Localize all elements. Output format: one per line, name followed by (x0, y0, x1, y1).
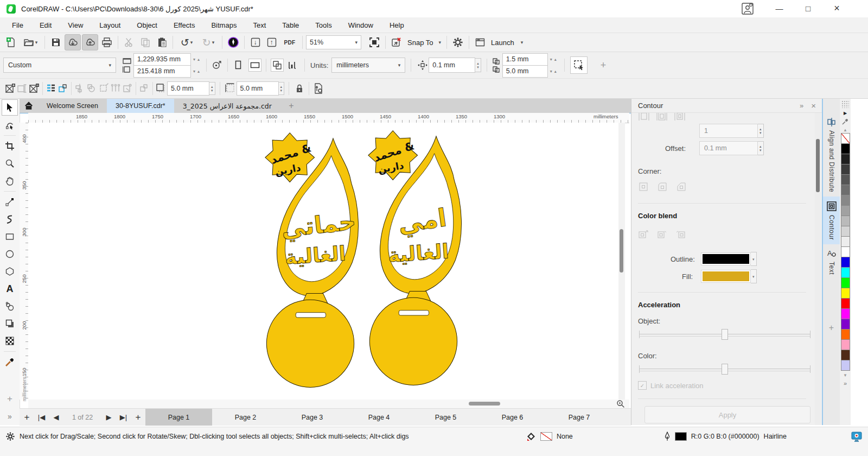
horizontal-scrollbar-handle[interactable] (469, 402, 500, 406)
import-button[interactable]: ↓ (248, 35, 263, 50)
docker-scrollbar[interactable] (815, 113, 821, 425)
color-swatch[interactable] (841, 308, 850, 319)
page-height-spinner[interactable]: ▾▴ (191, 69, 202, 74)
add-page-button-2[interactable]: + (131, 409, 145, 426)
portrait-orientation-button[interactable] (232, 59, 244, 71)
object-slider-handle[interactable] (722, 329, 728, 340)
landscape-orientation-button[interactable] (248, 59, 261, 72)
menu-object[interactable]: Object (137, 21, 157, 29)
page-tab-7[interactable]: Page 7 (546, 409, 612, 426)
maximize-button[interactable]: □ (794, 0, 822, 17)
color-swatch[interactable] (841, 277, 850, 288)
color-swatch[interactable] (841, 267, 850, 278)
menu-tools[interactable]: Tools (315, 21, 331, 29)
nudge-spinner[interactable]: ▴▾ (475, 58, 481, 72)
add-page-button[interactable]: + (20, 409, 34, 426)
pick-tool[interactable] (2, 99, 18, 116)
full-screen-preview-button[interactable] (367, 35, 382, 50)
tab-text[interactable]: A Text (823, 244, 840, 279)
treat-as-filled-button[interactable] (570, 56, 588, 74)
duplicate-x-field[interactable]: 1.5 mm (502, 53, 548, 66)
menu-window[interactable]: Window (348, 21, 373, 29)
color-swatch[interactable] (841, 143, 850, 154)
menu-bitmaps[interactable]: Bitmaps (211, 21, 237, 29)
menu-file[interactable]: File (12, 21, 23, 29)
next-page-button[interactable]: ▶ (101, 409, 116, 426)
print-button[interactable] (99, 35, 114, 50)
docker-close-icon[interactable]: × (811, 101, 816, 110)
color-swatch[interactable] (841, 257, 850, 268)
crop-tool[interactable] (2, 138, 18, 154)
bleed-b-field[interactable]: 5.0 mm (237, 81, 279, 96)
page-tab-5[interactable]: Page 5 (412, 409, 479, 426)
color-acceleration-slider[interactable] (639, 364, 810, 375)
polygon-tool[interactable] (2, 263, 18, 280)
color-swatch[interactable] (841, 174, 850, 185)
palette-eyedropper-icon[interactable] (842, 117, 848, 125)
toolbox-add-button[interactable]: + (2, 391, 18, 407)
page-width-field[interactable]: 1,229.935 mm (133, 53, 191, 66)
duplicate-y-field[interactable]: 5.0 mm (502, 65, 548, 78)
palette-scroll-up-icon[interactable]: ▴ (844, 125, 847, 134)
color-swatch[interactable] (841, 195, 850, 206)
object-acceleration-slider[interactable] (639, 329, 810, 340)
add-page-frame-icon[interactable] (4, 83, 16, 94)
tab-welcome-screen[interactable]: Welcome Screen (38, 99, 107, 113)
vertical-scrollbar-handle[interactable] (620, 229, 623, 273)
color-swatch[interactable] (841, 360, 850, 371)
color-swatch[interactable] (841, 319, 850, 330)
docker-collapse-icon[interactable]: » (800, 102, 803, 110)
user-account-icon[interactable] (741, 2, 754, 17)
outside-contour-icon[interactable] (674, 113, 686, 121)
tab-30-8yusuf[interactable]: 30-8YUSUF.cdr* (107, 99, 174, 113)
duplicate-y-spinner[interactable]: ▾▴ (548, 69, 559, 74)
status-gear-icon[interactable] (5, 432, 15, 441)
color-swatch[interactable] (841, 339, 850, 350)
menu-text[interactable]: Text (253, 21, 266, 29)
corel-cloud-button[interactable] (226, 35, 241, 50)
to-center-icon[interactable] (638, 113, 650, 121)
bleed-a-spinner[interactable]: ▴▾ (209, 82, 215, 95)
home-icon[interactable] (20, 99, 38, 113)
tab-align-and-distribute[interactable]: Align and Distribute (823, 113, 840, 197)
scale-factor-icon[interactable] (211, 59, 223, 71)
document-color-settings-icon[interactable] (851, 431, 863, 442)
color-swatch[interactable] (841, 226, 850, 237)
nudge-distance-field[interactable]: 0.1 mm (429, 58, 475, 73)
text-tool[interactable]: A (2, 281, 18, 297)
palette-scroll-down-icon[interactable]: ▾ (844, 371, 847, 379)
minimize-button[interactable]: — (765, 0, 794, 17)
freehand-tool[interactable] (2, 194, 18, 210)
new-document-button[interactable] (3, 35, 18, 50)
first-page-button[interactable]: |◀ (34, 409, 49, 426)
page-tab-2[interactable]: Page 2 (212, 409, 279, 426)
page-preset-select[interactable]: Custom ▾ (3, 58, 116, 73)
snap-off-icon[interactable] (389, 35, 404, 50)
zoom-level-select[interactable]: 51% ▾ (306, 35, 361, 49)
paste-button[interactable] (154, 35, 169, 50)
menu-edit[interactable]: Edit (40, 21, 52, 29)
shape-tool[interactable] (2, 117, 18, 133)
page-height-field[interactable]: 215.418 mm (133, 65, 191, 78)
layer-list-icon[interactable] (45, 83, 57, 94)
zoom-tool[interactable] (2, 155, 18, 172)
last-page-button[interactable]: ▶| (116, 409, 131, 426)
add-docker-button[interactable]: + (829, 323, 834, 425)
menu-effects[interactable]: Effects (174, 21, 195, 29)
page-tab-3[interactable]: Page 3 (279, 409, 346, 426)
transparency-tool[interactable] (2, 333, 18, 349)
save-button[interactable] (48, 35, 63, 50)
color-swatch[interactable] (841, 164, 850, 175)
color-swatch[interactable] (841, 298, 850, 309)
propbar-add-button[interactable]: + (601, 60, 607, 71)
docker-scrollbar-handle[interactable] (816, 139, 820, 192)
color-swatch[interactable] (841, 236, 850, 247)
menu-layout[interactable]: Layout (99, 21, 120, 29)
tab-contour[interactable]: Contour (823, 197, 840, 244)
horizontal-scrollbar[interactable] (28, 400, 629, 408)
bleed-a-field[interactable]: 5.0 mm (167, 81, 209, 96)
remove-page-frame-icon[interactable] (28, 83, 40, 94)
export-button[interactable]: ↑ (264, 35, 279, 50)
lock-icon[interactable] (293, 83, 305, 94)
palette-more-icon[interactable]: » (844, 379, 847, 387)
